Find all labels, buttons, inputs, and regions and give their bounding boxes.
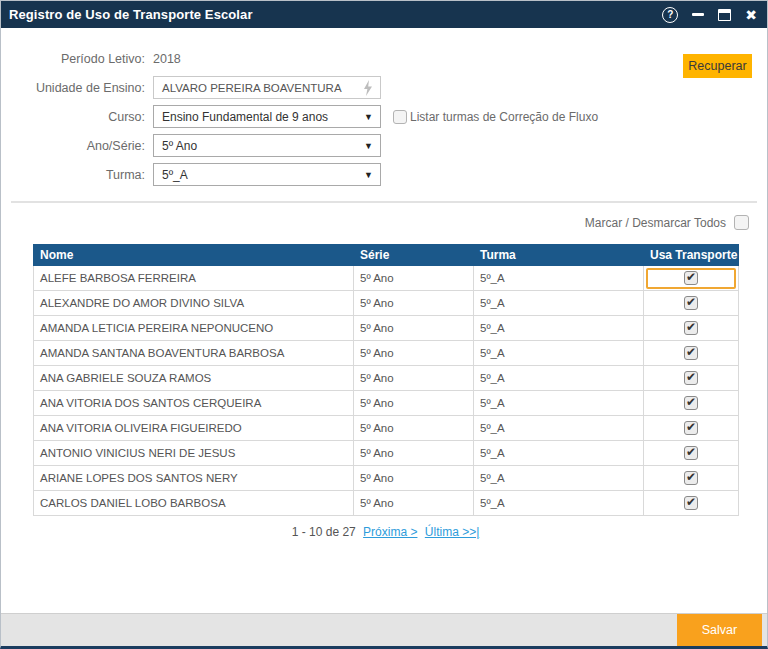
serie-cell: 5º Ano <box>354 491 474 516</box>
usa-transporte-checkbox[interactable] <box>684 371 698 385</box>
turma-cell: 5º_A <box>474 366 644 391</box>
usa-transporte-checkbox[interactable] <box>684 446 698 460</box>
footer-bar: Salvar <box>1 613 767 646</box>
ano-serie-select[interactable]: 5º Ano ▼ <box>153 134 381 157</box>
checkbox-cell-wrap <box>646 418 736 439</box>
serie-cell: 5º Ano <box>354 391 474 416</box>
lightning-icon[interactable] <box>362 80 374 98</box>
checkbox-cell-wrap <box>646 343 736 364</box>
name-cell: ALEXANDRE DO AMOR DIVINO SILVA <box>34 291 354 316</box>
table-row: ANTONIO VINICIUS NERI DE JESUS 5º Ano 5º… <box>34 441 739 466</box>
serie-cell: 5º Ano <box>354 466 474 491</box>
serie-cell: 5º Ano <box>354 266 474 291</box>
turma-cell: 5º_A <box>474 266 644 291</box>
last-page-link[interactable]: Última >>| <box>425 525 479 539</box>
checkbox-cell-wrap <box>646 468 736 489</box>
usa-transporte-checkbox[interactable] <box>684 421 698 435</box>
turma-cell: 5º_A <box>474 291 644 316</box>
checkbox-cell-wrap <box>646 293 736 314</box>
table-row: AMANDA LETICIA PEREIRA NEPONUCENO 5º Ano… <box>34 316 739 341</box>
turma-label: Turma: <box>1 168 153 182</box>
unidade-ensino-input[interactable]: ALVARO PEREIRA BOAVENTURA <box>153 76 381 99</box>
serie-cell: 5º Ano <box>354 416 474 441</box>
usa-transporte-checkbox[interactable] <box>684 396 698 410</box>
usa-transporte-checkbox[interactable] <box>684 321 698 335</box>
chevron-down-icon: ▼ <box>364 141 373 151</box>
curso-row: Curso: Ensino Fundamental de 9 anos ▼ Li… <box>1 102 767 131</box>
ano-serie-value: 5º Ano <box>162 139 197 153</box>
students-table: Nome Série Turma Usa Transporte ALEFE BA… <box>33 244 739 516</box>
name-cell: CARLOS DANIEL LOBO BARBOSA <box>34 491 354 516</box>
pagination-range: 1 - 10 de 27 <box>292 525 356 539</box>
unidade-ensino-row: Unidade de Ensino: ALVARO PEREIRA BOAVEN… <box>1 73 767 102</box>
checkbox-cell-wrap <box>646 443 736 464</box>
chevron-down-icon: ▼ <box>364 112 373 122</box>
chevron-down-icon: ▼ <box>364 170 373 180</box>
turma-cell: 5º_A <box>474 441 644 466</box>
column-header-nome: Nome <box>34 245 354 266</box>
serie-cell: 5º Ano <box>354 341 474 366</box>
curso-select[interactable]: Ensino Fundamental de 9 anos ▼ <box>153 105 381 128</box>
turma-cell: 5º_A <box>474 416 644 441</box>
ano-serie-label: Ano/Série: <box>1 139 153 153</box>
maximize-icon[interactable] <box>718 9 731 21</box>
ano-serie-row: Ano/Série: 5º Ano ▼ <box>1 131 767 160</box>
turma-value: 5º_A <box>162 168 188 182</box>
name-cell: ANA VITORIA DOS SANTOS CERQUEIRA <box>34 391 354 416</box>
turma-select[interactable]: 5º_A ▼ <box>153 163 381 186</box>
table-row: CARLOS DANIEL LOBO BARBOSA 5º Ano 5º_A <box>34 491 739 516</box>
flow-checkbox[interactable] <box>393 110 407 124</box>
toggle-all-label: Marcar / Desmarcar Todos <box>585 216 726 230</box>
curso-label: Curso: <box>1 110 153 124</box>
toggle-all-checkbox[interactable] <box>734 215 749 230</box>
serie-cell: 5º Ano <box>354 441 474 466</box>
help-icon[interactable]: ? <box>662 7 678 23</box>
curso-value: Ensino Fundamental de 9 anos <box>162 110 328 124</box>
toggle-all-row: Marcar / Desmarcar Todos <box>1 203 767 230</box>
usa-transporte-checkbox[interactable] <box>684 496 698 510</box>
table-row: ANA VITORIA OLIVEIRA FIGUEIREDO 5º Ano 5… <box>34 416 739 441</box>
name-cell: ARIANE LOPES DOS SANTOS NERY <box>34 466 354 491</box>
pagination: 1 - 10 de 27 Próxima > Última >>| <box>33 516 738 539</box>
turma-cell: 5º_A <box>474 391 644 416</box>
usa-transporte-checkbox[interactable] <box>684 471 698 485</box>
table-row: ANA VITORIA DOS SANTOS CERQUEIRA 5º Ano … <box>34 391 739 416</box>
serie-cell: 5º Ano <box>354 316 474 341</box>
serie-cell: 5º Ano <box>354 291 474 316</box>
dialog-window: Registro de Uso de Transporte Escolar ? … <box>0 0 768 649</box>
table-row: AMANDA SANTANA BOAVENTURA BARBOSA 5º Ano… <box>34 341 739 366</box>
turma-cell: 5º_A <box>474 466 644 491</box>
next-page-link[interactable]: Próxima > <box>363 525 417 539</box>
turma-cell: 5º_A <box>474 491 644 516</box>
table-row: ANA GABRIELE SOUZA RAMOS 5º Ano 5º_A <box>34 366 739 391</box>
periodo-letivo-value: 2018 <box>153 52 181 66</box>
form-area: Recuperar Período Letivo: 2018 Unidade d… <box>1 28 767 189</box>
checkbox-cell-wrap <box>646 493 736 514</box>
name-cell: ANA GABRIELE SOUZA RAMOS <box>34 366 354 391</box>
name-cell: ANA VITORIA OLIVEIRA FIGUEIREDO <box>34 416 354 441</box>
periodo-letivo-row: Período Letivo: 2018 <box>1 44 767 73</box>
checkbox-cell-wrap <box>646 368 736 389</box>
usa-transporte-checkbox[interactable] <box>684 271 698 285</box>
unidade-ensino-label: Unidade de Ensino: <box>1 81 153 95</box>
recuperar-button[interactable]: Recuperar <box>683 54 752 78</box>
checkbox-cell-wrap <box>646 393 736 414</box>
usa-transporte-checkbox[interactable] <box>684 296 698 310</box>
unidade-ensino-value: ALVARO PEREIRA BOAVENTURA <box>162 82 342 94</box>
flow-checkbox-label: Listar turmas de Correção de Fluxo <box>410 110 598 124</box>
name-cell: AMANDA LETICIA PEREIRA NEPONUCENO <box>34 316 354 341</box>
minimize-icon[interactable] <box>692 13 704 16</box>
serie-cell: 5º Ano <box>354 366 474 391</box>
checkbox-cell-wrap <box>646 318 736 339</box>
usa-transporte-checkbox[interactable] <box>684 346 698 360</box>
column-header-serie: Série <box>354 245 474 266</box>
titlebar: Registro de Uso de Transporte Escolar ? … <box>1 1 767 28</box>
name-cell: AMANDA SANTANA BOAVENTURA BARBOSA <box>34 341 354 366</box>
table-row: ARIANE LOPES DOS SANTOS NERY 5º Ano 5º_A <box>34 466 739 491</box>
salvar-button[interactable]: Salvar <box>677 614 762 646</box>
table-row: ALEFE BARBOSA FERREIRA 5º Ano 5º_A <box>34 266 739 291</box>
window-title: Registro de Uso de Transporte Escolar <box>9 7 253 22</box>
close-icon[interactable]: ✖ <box>745 8 757 22</box>
checkbox-cell-wrap <box>646 268 736 289</box>
table-header-row: Nome Série Turma Usa Transporte <box>34 245 739 266</box>
